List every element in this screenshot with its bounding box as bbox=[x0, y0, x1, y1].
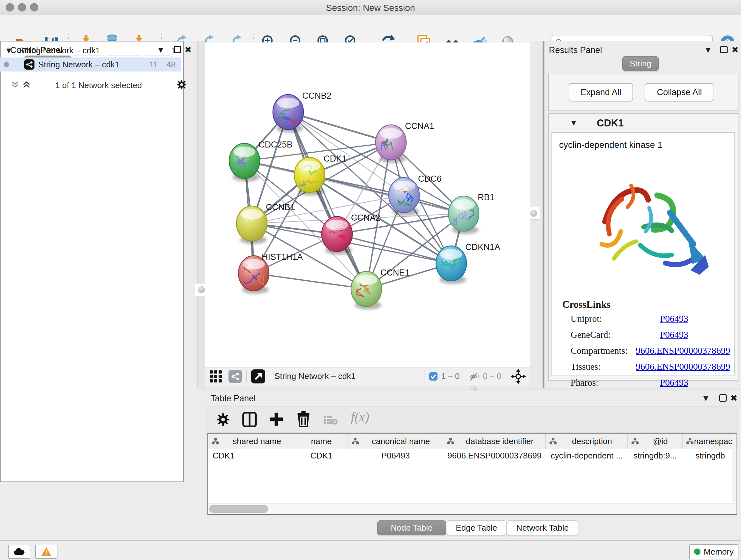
network-edges[interactable] bbox=[245, 112, 464, 289]
collapse-all-button[interactable]: Collapse All bbox=[645, 83, 714, 102]
network-collection-row[interactable]: ▼ String Network – cdk1 1 bbox=[0, 44, 181, 57]
left-splitter[interactable] bbox=[197, 41, 205, 388]
node-RB1[interactable] bbox=[448, 196, 479, 234]
edge-HIST1H1A-CCNE1[interactable] bbox=[254, 273, 366, 289]
collection-label: String Network – cdk1 bbox=[19, 46, 100, 56]
node-CCNB1[interactable] bbox=[237, 206, 267, 244]
node-label-CDKN1A: CDKN1A bbox=[465, 242, 500, 252]
node-table: shared namenamecanonical namedatabase id… bbox=[207, 433, 737, 515]
column-header-canonicalname[interactable]: canonical name bbox=[348, 434, 443, 449]
node-gloss bbox=[233, 146, 255, 157]
crosslink-link[interactable]: 9606.ENSP00000378699 bbox=[636, 346, 730, 356]
warning-button[interactable] bbox=[35, 545, 57, 559]
shared-column-tree-icon bbox=[686, 438, 693, 445]
node-label-CCNA2: CCNA2 bbox=[351, 213, 381, 223]
protein-collapse-icon[interactable]: ▼ bbox=[571, 119, 576, 126]
node-CCNA1[interactable] bbox=[376, 125, 406, 163]
network-options-gear-icon[interactable] bbox=[176, 79, 187, 90]
crosslink-row: Compartments:9606.ENSP00000378699 bbox=[570, 346, 730, 356]
cell-databaseidentifier[interactable]: 9606.ENSP00000378699 bbox=[443, 449, 546, 462]
node-CCNB2[interactable] bbox=[273, 95, 304, 132]
create-column-icon[interactable] bbox=[269, 412, 284, 427]
column-header-id[interactable]: @id bbox=[628, 434, 683, 449]
node-gloss bbox=[440, 249, 462, 260]
node-CDC6[interactable] bbox=[389, 178, 419, 215]
node-gloss bbox=[453, 199, 475, 210]
results-panel-close-icon[interactable]: ✖ bbox=[731, 45, 739, 54]
table-panel-title: Table Panel bbox=[211, 394, 256, 403]
column-header-label: database identifier bbox=[454, 436, 545, 446]
fit-selected-crosshair-icon[interactable] bbox=[511, 369, 526, 384]
selected-checkbox-icon[interactable] bbox=[429, 372, 438, 381]
column-header-label: namespace bbox=[693, 436, 738, 446]
hidden-eye-slash-icon bbox=[469, 372, 480, 381]
protein-structure-image bbox=[576, 159, 713, 289]
tab-network-table[interactable]: Network Table bbox=[507, 520, 578, 535]
tab-edge-table[interactable]: Edge Table bbox=[446, 520, 507, 535]
memory-button[interactable]: Memory bbox=[689, 544, 738, 559]
birds-eye-view-icon[interactable] bbox=[251, 369, 265, 383]
control-panel-close-icon[interactable]: ✖ bbox=[185, 45, 192, 54]
column-header-sharedname[interactable]: shared name bbox=[208, 434, 295, 449]
network-row-selected[interactable]: String Network – cdk1 11 48 bbox=[0, 57, 181, 71]
memory-status-dot bbox=[694, 549, 700, 555]
table-horizontal-scrollbar[interactable] bbox=[208, 503, 737, 514]
edge-CCNB2-CCNE1[interactable] bbox=[288, 112, 366, 289]
scrollbar-thumb[interactable] bbox=[209, 505, 268, 513]
cell-sharedname[interactable]: CDK1 bbox=[208, 449, 295, 462]
cloud-button[interactable] bbox=[8, 545, 30, 559]
cell-namespace[interactable]: stringdb bbox=[683, 449, 738, 462]
table-panel-collapse-icon[interactable]: ▼ bbox=[703, 394, 708, 402]
column-header-databaseidentifier[interactable]: database identifier bbox=[443, 434, 546, 449]
cell-name[interactable]: CDK1 bbox=[295, 449, 348, 462]
tab-node-table[interactable]: Node Table bbox=[377, 520, 446, 535]
column-header-name[interactable]: name bbox=[295, 434, 348, 449]
shared-column-tree-icon bbox=[549, 438, 556, 445]
crosslink-row: GeneCard:P06493 bbox=[570, 329, 730, 340]
crosslink-link[interactable]: P06493 bbox=[660, 377, 688, 388]
grid-view-icon[interactable] bbox=[209, 370, 222, 383]
collection-expand-icon[interactable]: ▼ bbox=[6, 47, 11, 54]
node-CCNE1[interactable] bbox=[351, 271, 382, 309]
cell-canonicalname[interactable]: P06493 bbox=[348, 449, 443, 462]
node-CDK1[interactable] bbox=[294, 158, 325, 195]
results-panel-title: Results Panel bbox=[549, 45, 602, 55]
node-label-CCNB1: CCNB1 bbox=[266, 202, 295, 212]
table-gear-icon[interactable] bbox=[216, 413, 230, 427]
title-bar: Session: New Session bbox=[0, 0, 741, 15]
results-panel-collapse-icon[interactable]: ▼ bbox=[705, 46, 711, 54]
node-gloss bbox=[277, 98, 299, 108]
show-columns-icon[interactable] bbox=[242, 412, 257, 427]
table-panel-close-icon[interactable]: ✖ bbox=[730, 394, 738, 402]
network-view-toolbar: String Network – cdk1 1 – 0 0 – 0 bbox=[205, 368, 530, 385]
column-header-description[interactable]: description bbox=[546, 434, 628, 449]
protein-section: ▼ CDK1 cyclin-dependent kinase 1 bbox=[548, 113, 738, 381]
network-badge-icon[interactable] bbox=[228, 370, 242, 383]
expand-all-button[interactable]: Expand All bbox=[569, 83, 633, 102]
node-CCNA2[interactable] bbox=[322, 216, 352, 254]
cell-id[interactable]: stringdb:9... bbox=[628, 449, 683, 462]
memory-label: Memory bbox=[704, 547, 734, 557]
main-toolbar: ? bbox=[0, 15, 741, 41]
node-CDKN1A[interactable] bbox=[436, 246, 467, 284]
crosslinks-list: Uniprot:P06493GeneCard:P06493Compartment… bbox=[570, 314, 730, 393]
cell-description[interactable]: cyclin-dependent ... bbox=[546, 449, 628, 462]
crosslink-link[interactable]: P06493 bbox=[660, 314, 688, 324]
node-CDC25B[interactable] bbox=[229, 143, 260, 181]
network-canvas[interactable]: CCNB2CCNA1CDC25BCDK1CDC6RB1CCNB1CCNA2CDK… bbox=[205, 43, 530, 368]
crosslink-link[interactable]: 9606.ENSP00000378699 bbox=[636, 361, 730, 372]
table-panel-float-icon[interactable] bbox=[719, 394, 727, 401]
table-row[interactable]: CDK1CDK1P064939606.ENSP00000378699cyclin… bbox=[208, 449, 737, 462]
shared-column-tree-icon bbox=[212, 438, 219, 445]
table-vertical-scrollbar[interactable] bbox=[732, 434, 737, 502]
crosslink-link[interactable]: P06493 bbox=[660, 329, 688, 340]
delete-column-trash-icon[interactable] bbox=[296, 411, 311, 427]
node-gloss bbox=[355, 274, 377, 285]
cloud-icon bbox=[13, 548, 25, 556]
node-gloss bbox=[380, 128, 402, 138]
control-panel: Control Panel ▼ ✖ NetworkStyleSelectSets… bbox=[0, 41, 197, 543]
tab-string[interactable]: String bbox=[622, 56, 659, 71]
results-panel-float-icon[interactable] bbox=[720, 46, 728, 53]
column-header-namespace[interactable]: namespace bbox=[683, 434, 738, 449]
edge-CCNB2-CCNA1[interactable] bbox=[288, 112, 391, 142]
